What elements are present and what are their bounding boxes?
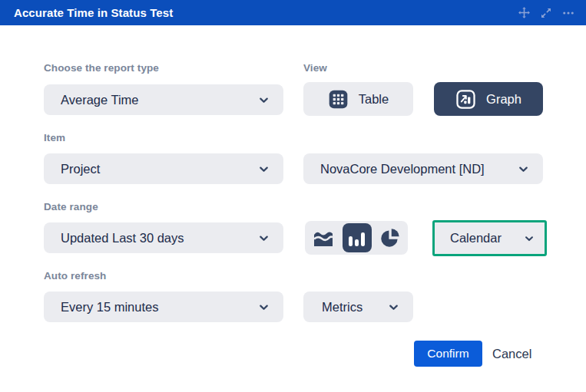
report-type-select[interactable]: Average Time	[44, 84, 283, 115]
project-value: NovaCore Development [ND]	[320, 162, 485, 176]
report-type-value: Average Time	[61, 93, 139, 107]
chevron-down-icon	[258, 163, 270, 175]
expand-icon[interactable]	[539, 6, 553, 20]
cancel-button[interactable]: Cancel	[492, 341, 531, 367]
view-graph-button[interactable]: Graph	[434, 82, 543, 116]
dialog-title: Accurate Time in Status Test	[14, 6, 173, 19]
dialog-header: Accurate Time in Status Test	[0, 0, 586, 25]
date-range-select[interactable]: Updated Last 30 days	[44, 222, 283, 253]
bar-chart-button-selected[interactable]	[343, 223, 372, 252]
chevron-down-icon	[258, 94, 270, 106]
view-label: View	[303, 62, 327, 74]
report-type-label: Choose the report type	[44, 62, 159, 74]
auto-refresh-value: Every 15 minutes	[61, 300, 158, 315]
header-actions	[517, 6, 575, 20]
date-range-label: Date range	[44, 201, 98, 212]
time-in-status-dialog: Accurate Time in Status Test Choose the …	[0, 0, 586, 392]
date-range-value: Updated Last 30 days	[61, 231, 184, 245]
more-icon[interactable]	[561, 6, 575, 20]
calendar-select-highlighted[interactable]: Calendar	[432, 220, 547, 256]
item-select[interactable]: Project	[44, 153, 283, 184]
chevron-down-icon	[388, 301, 399, 313]
chevron-down-icon	[518, 163, 529, 175]
view-table-button[interactable]: Table	[303, 82, 413, 116]
metrics-select[interactable]: Metrics	[303, 292, 413, 322]
view-graph-label: Graph	[486, 92, 521, 107]
area-chart-icon[interactable]	[313, 228, 334, 248]
chevron-down-icon	[524, 233, 535, 244]
view-table-label: Table	[359, 92, 389, 107]
graph-icon	[455, 89, 476, 110]
chart-type-toggle	[305, 221, 408, 255]
calendar-value: Calendar	[450, 231, 502, 245]
table-icon	[328, 89, 349, 110]
confirm-button[interactable]: Confirm	[414, 341, 482, 367]
pie-chart-icon[interactable]	[379, 228, 400, 249]
auto-refresh-label: Auto refresh	[44, 270, 106, 282]
metrics-value: Metrics	[322, 300, 363, 315]
chevron-down-icon	[258, 301, 270, 313]
project-select[interactable]: NovaCore Development [ND]	[303, 153, 543, 184]
item-label: Item	[44, 132, 65, 143]
move-icon[interactable]	[517, 6, 531, 20]
auto-refresh-select[interactable]: Every 15 minutes	[44, 292, 283, 322]
chevron-down-icon	[258, 232, 270, 244]
item-value: Project	[61, 162, 100, 176]
